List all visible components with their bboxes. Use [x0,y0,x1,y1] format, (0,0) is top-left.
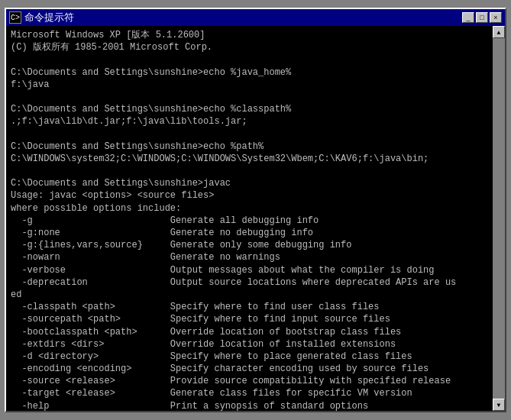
scroll-up-button[interactable]: ▲ [493,26,505,38]
console-text: Microsoft Windows XP [版本 5.1.2600] (C) 版… [11,29,488,411]
console-output: Microsoft Windows XP [版本 5.1.2600] (C) 版… [6,26,493,411]
scrollbar[interactable]: ▲ ▼ [493,26,505,411]
scroll-track [493,38,505,399]
title-bar: C> 命令提示符 _ □ × [6,9,505,26]
close-button[interactable]: × [490,12,502,23]
console-container: Microsoft Windows XP [版本 5.1.2600] (C) 版… [6,26,505,411]
cmd-window: C> 命令提示符 _ □ × Microsoft Windows XP [版本 … [5,8,506,412]
maximize-button[interactable]: □ [476,12,488,23]
title-bar-left: C> 命令提示符 [9,11,74,24]
window-title: 命令提示符 [24,11,74,24]
scroll-down-button[interactable]: ▼ [493,399,505,411]
window-icon: C> [9,11,21,24]
minimize-button[interactable]: _ [462,12,474,23]
title-buttons: _ □ × [462,12,502,23]
